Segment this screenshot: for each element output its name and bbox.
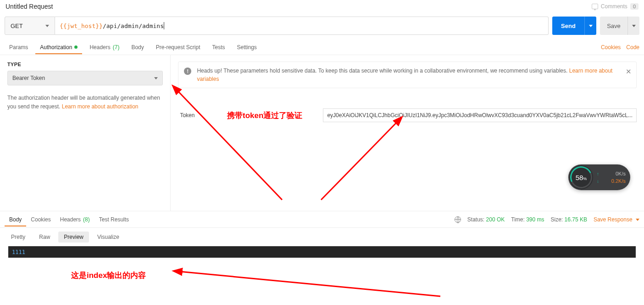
auth-type-value: Bearer Token (12, 75, 45, 81)
tab-authorization-label: Authorization (40, 44, 72, 51)
auth-description: The authorization header will be automat… (7, 94, 163, 111)
resp-tab-headers-count: (8) (83, 216, 90, 223)
speed-gauge: 58% (569, 165, 593, 189)
info-banner: ! Heads up! These parameters hold sensit… (178, 62, 637, 88)
time-block: Time: 390 ms (511, 216, 544, 223)
comments-button[interactable]: Comments 0 (592, 3, 638, 10)
tab-params[interactable]: Params (5, 40, 33, 54)
annotation-text-2: 这是index输出的内容 (71, 270, 146, 281)
tab-headers[interactable]: Headers (7) (85, 40, 124, 54)
arrow-up-icon: ↑ (597, 171, 599, 176)
auth-type-label: TYPE (7, 62, 163, 67)
tab-settings[interactable]: Settings (233, 40, 261, 54)
tab-body[interactable]: Body (127, 40, 148, 54)
response-tabs: Body Cookies Headers (8) Test Results St… (0, 211, 644, 228)
status-label: Status: (467, 216, 484, 223)
comments-count: 0 (630, 3, 638, 10)
speed-widget[interactable]: 58% ↑0K/s ↓0.2K/s (568, 164, 630, 190)
size-value: 16.75 KB (565, 216, 587, 223)
auth-type-select[interactable]: Bearer Token (7, 71, 163, 85)
banner-text: Heads up! These parameters hold sensitiv… (197, 68, 569, 74)
request-tabs: Params Authorization Headers (7) Body Pr… (0, 40, 644, 55)
comments-label: Comments (601, 3, 627, 10)
response-preview: 1111 (8, 246, 636, 258)
tab-tests[interactable]: Tests (207, 40, 229, 54)
send-button[interactable]: Send (552, 17, 584, 35)
comment-icon (592, 4, 598, 9)
chevron-down-icon (632, 25, 636, 27)
chevron-down-icon (154, 77, 158, 79)
subtab-pretty[interactable]: Pretty (6, 232, 31, 243)
http-method-select[interactable]: GET (5, 17, 55, 35)
active-dot-icon (74, 45, 78, 49)
svg-line-3 (174, 271, 440, 296)
send-dropdown-button[interactable] (584, 17, 596, 35)
code-link[interactable]: Code (626, 44, 639, 51)
save-button[interactable]: Save (600, 17, 627, 35)
time-value: 390 ms (526, 216, 544, 223)
cookies-link[interactable]: Cookies (601, 44, 621, 51)
save-response-button[interactable]: Save Response (594, 216, 639, 223)
resp-tab-headers[interactable]: Headers (8) (56, 213, 94, 226)
subtab-raw[interactable]: Raw (33, 232, 56, 243)
subtab-preview[interactable]: Preview (58, 232, 89, 243)
save-response-label: Save Response (594, 216, 633, 223)
arrow-down-icon: ↓ (597, 179, 599, 184)
size-label: Size: (551, 216, 563, 223)
learn-more-auth-link[interactable]: Learn more about authorization (62, 103, 139, 110)
speed-unit: % (583, 176, 587, 181)
http-method-value: GET (11, 23, 23, 29)
speed-percent: 58 (576, 174, 583, 181)
tab-headers-label: Headers (89, 44, 110, 51)
token-label: Token (178, 112, 316, 119)
text-cursor (164, 22, 164, 29)
resp-tab-cookies[interactable]: Cookies (26, 213, 55, 226)
subtab-visualize[interactable]: Visualize (92, 232, 125, 243)
close-banner-button[interactable]: ✕ (626, 67, 632, 77)
chevron-down-icon (589, 25, 593, 27)
info-icon: ! (184, 68, 191, 75)
globe-icon[interactable] (455, 216, 461, 223)
time-label: Time: (511, 216, 525, 223)
request-url-input[interactable]: {{jwt_host}}/api/admin/admins (55, 17, 549, 35)
status-value: 200 OK (486, 216, 505, 223)
save-dropdown-button[interactable] (627, 17, 639, 35)
chevron-down-icon (636, 219, 639, 221)
resp-tab-test-results[interactable]: Test Results (94, 213, 133, 226)
status-block: Status: 200 OK (467, 216, 505, 223)
token-input[interactable]: eyJ0eXAiOiJKV1QiLCJhbGciOiJIUzI1NiJ9.eyJ… (323, 108, 637, 122)
url-variable: {{jwt_host}} (60, 23, 103, 29)
size-block: Size: 16.75 KB (551, 216, 587, 223)
chevron-down-icon (45, 25, 49, 27)
tab-headers-count: (7) (113, 44, 120, 51)
upload-speed: 0K/s (616, 171, 626, 176)
preview-content[interactable]: 1111 (12, 249, 25, 255)
tab-prerequest[interactable]: Pre-request Script (151, 40, 205, 54)
response-subtabs: Pretty Raw Preview Visualize (0, 228, 644, 246)
request-title: Untitled Request (6, 3, 53, 10)
url-path: /api/admin/admins (103, 23, 164, 29)
resp-tab-body[interactable]: Body (5, 213, 26, 226)
resp-tab-headers-label: Headers (60, 216, 81, 223)
download-speed: 0.2K/s (611, 178, 626, 184)
tab-authorization[interactable]: Authorization (35, 40, 82, 54)
